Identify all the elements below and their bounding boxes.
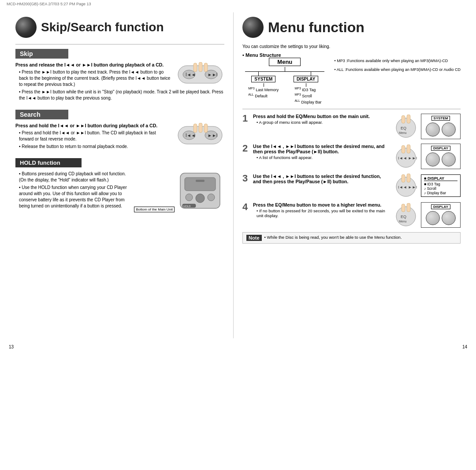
svg-text:I◄◄ ►►I: I◄◄ ►►I bbox=[398, 185, 417, 189]
left-page-title: Skip/Search function bbox=[41, 20, 164, 34]
bottom-unit-label: Bottom of the Main Unit bbox=[134, 207, 175, 212]
step-2-hand-icon: I◄◄ ►►I bbox=[393, 144, 419, 169]
step-4-hand-icon: EQ Menu bbox=[393, 203, 419, 227]
note-label: Note bbox=[246, 235, 261, 241]
svg-text:►►I: ►►I bbox=[208, 133, 218, 138]
step-3-images: I◄◄ ►►I ■ DISPLAY ■ ID3 Tag ♪ Scroll ♪ D… bbox=[393, 174, 461, 198]
step-4-content: Press the EQ/Menu button to move to a hi… bbox=[253, 202, 390, 218]
file-info: MCD-HM200(GB)-SEA 2/7/03 5:27 PM Page 13 bbox=[7, 2, 91, 6]
menu-note-mp3: • MP3 :Functions available only when pla… bbox=[335, 58, 461, 64]
left-title-circle bbox=[15, 17, 37, 38]
step-1-bullet: A group of menu icons will appear. bbox=[257, 120, 390, 125]
svg-text:►►I: ►►I bbox=[208, 72, 218, 77]
svg-text:Menu: Menu bbox=[399, 220, 407, 223]
step-1-device: SYSTEM bbox=[421, 114, 461, 139]
right-title-block: Menu function bbox=[242, 17, 461, 38]
svg-rect-31 bbox=[402, 145, 405, 153]
svg-rect-17 bbox=[185, 178, 216, 191]
left-page-number: 13 bbox=[9, 344, 14, 349]
skip-content: I◄◄ ►►I Press and release the I◄◄ or ►►I… bbox=[15, 62, 224, 103]
svg-rect-5 bbox=[193, 63, 197, 72]
svg-rect-41 bbox=[407, 203, 410, 212]
svg-point-18 bbox=[186, 194, 193, 201]
step-2-images: I◄◄ ►►I DISPLAY bbox=[393, 144, 461, 169]
step-1-content: Press and hold the EQ/Menu button on the… bbox=[253, 114, 390, 125]
search-button-image: I◄◄ ►►I bbox=[176, 123, 224, 147]
step-2-content: Use the I◄◄ , ►►I buttons to select the … bbox=[253, 144, 390, 160]
step-4: 4 Press the EQ/Menu button to move to a … bbox=[242, 202, 461, 228]
step-4-images: EQ Menu DISPLAY bbox=[393, 202, 461, 228]
hold-device-svg: HOLD bbox=[176, 171, 224, 211]
hold-content: Bottom of the Main Unit HOLD Buttons pre… bbox=[15, 171, 224, 213]
system-child-2: ALL Default bbox=[248, 93, 279, 98]
menu-notes: • MP3 :Functions available only when pla… bbox=[335, 58, 461, 73]
step-2-device: DISPLAY bbox=[421, 144, 461, 169]
device-circle-5 bbox=[426, 211, 440, 225]
skip-heading: Skip bbox=[15, 49, 68, 59]
svg-text:HOLD: HOLD bbox=[183, 205, 191, 207]
svg-text:I◄◄: I◄◄ bbox=[186, 72, 196, 77]
skip-section: Skip I◄◄ ►►I Press and release the I◄◄ o… bbox=[15, 49, 224, 103]
menu-tree: Menu bbox=[242, 58, 327, 104]
step-2-title: Use the I◄◄ , ►►I buttons to select the … bbox=[253, 144, 390, 154]
display-child-3: ALL Display Bar bbox=[294, 99, 321, 104]
svg-point-19 bbox=[196, 194, 205, 203]
step-3: 3 Use the I◄◄ , ►►I buttons to select th… bbox=[242, 174, 461, 198]
step-3-device: ■ DISPLAY ■ ID3 Tag ♪ Scroll ♪ Display B… bbox=[421, 174, 461, 197]
device-circle-1 bbox=[426, 122, 440, 137]
right-page: Menu function You can customize the sett… bbox=[234, 12, 469, 338]
skip-bullet-2: Press the ►►I button while the unit is i… bbox=[19, 89, 224, 101]
step-3-item-1: ■ ID3 Tag bbox=[424, 182, 457, 186]
step-3-item-2: ♪ Scroll bbox=[424, 186, 457, 191]
menu-system-node: SYSTEM bbox=[251, 76, 275, 82]
step-1: 1 Press and hold the EQ/Menu button on t… bbox=[242, 114, 461, 139]
note-text: • While the Disc is being read, you won'… bbox=[264, 235, 402, 240]
svg-rect-32 bbox=[407, 144, 410, 153]
right-subtitle: You can customize the settings to your l… bbox=[242, 44, 461, 49]
step-3-item-3: ♪ Display Bar bbox=[424, 191, 457, 195]
skip-button-image: I◄◄ ►►I bbox=[176, 62, 224, 86]
step-3-number: 3 bbox=[242, 174, 250, 183]
system-children: MP3 Last Memory ALL Default bbox=[248, 87, 279, 98]
step-3-display-label: ■ DISPLAY bbox=[424, 176, 457, 181]
menu-note-all: • ALL :Functions available when playing … bbox=[335, 67, 461, 73]
svg-rect-15 bbox=[204, 124, 208, 133]
svg-rect-7 bbox=[204, 63, 208, 72]
menu-display-node: DISPLAY bbox=[294, 76, 318, 82]
step-2-number: 2 bbox=[242, 144, 250, 153]
step-1-device-icons bbox=[425, 122, 456, 137]
search-content: I◄◄ ►►I Press and hold the I◄◄ or ►►I bu… bbox=[15, 123, 224, 151]
svg-rect-6 bbox=[199, 62, 202, 72]
svg-rect-21 bbox=[196, 180, 205, 182]
svg-rect-14 bbox=[199, 123, 202, 133]
step-3-content: Use the I◄◄ , ►►I buttons to select the … bbox=[253, 174, 390, 185]
svg-rect-40 bbox=[402, 204, 405, 212]
display-child-2: MP3 Scroll bbox=[294, 93, 321, 98]
step-4-device: DISPLAY bbox=[421, 202, 461, 228]
menu-structure-section: • Menu Structure Menu bbox=[242, 52, 461, 104]
step-1-images: EQ Menu SYSTEM bbox=[393, 114, 461, 139]
search-section: Search I◄◄ ►►I Press and hold the I◄◄ or… bbox=[15, 110, 224, 151]
step-1-device-label: SYSTEM bbox=[431, 116, 450, 121]
step-1-hand-icon: EQ Menu bbox=[393, 115, 419, 139]
display-children: MP3 ID3 Tag MP3 Scroll ALL Display Bar bbox=[294, 87, 321, 104]
svg-text:I◄◄ ►►I: I◄◄ ►►I bbox=[398, 156, 417, 160]
step-1-number: 1 bbox=[242, 114, 250, 123]
svg-rect-28 bbox=[407, 115, 410, 123]
right-page-number: 14 bbox=[462, 344, 467, 349]
bottom-bar: 13 14 bbox=[0, 343, 476, 351]
hold-section: HOLD function Bottom of the Main Unit bbox=[15, 158, 224, 213]
device-circle-2 bbox=[442, 122, 456, 137]
menu-structure-wrapper: Menu bbox=[242, 58, 461, 104]
step-4-device-icons bbox=[425, 211, 456, 226]
menu-structure-label: • Menu Structure bbox=[242, 52, 281, 58]
right-title-circle bbox=[242, 17, 264, 38]
device-circle-4 bbox=[442, 152, 456, 167]
system-child-1: MP3 Last Memory bbox=[248, 87, 279, 92]
step-4-title: Press the EQ/Menu button to move to a hi… bbox=[253, 202, 390, 207]
device-circle-3 bbox=[426, 152, 440, 167]
step-4-bullet: If no button is pressed for 20 seconds, … bbox=[257, 208, 390, 218]
svg-text:EQ: EQ bbox=[401, 215, 406, 219]
top-divider bbox=[15, 44, 224, 44]
step-2: 2 Use the I◄◄ , ►►I buttons to select th… bbox=[242, 144, 461, 169]
